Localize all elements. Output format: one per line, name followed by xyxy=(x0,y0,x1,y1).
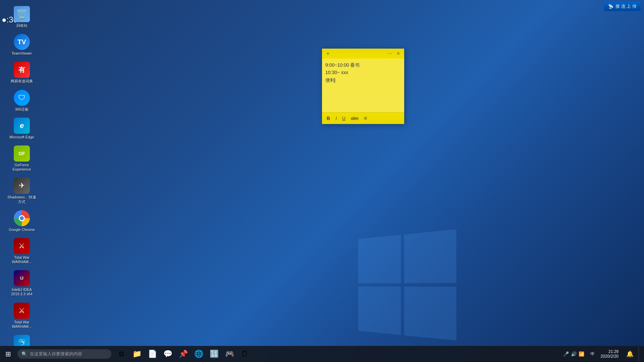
msedge-icon: e xyxy=(14,118,30,134)
win-pane-br xyxy=(404,287,457,341)
system-tray: 🎤 🔊 📶 xyxy=(560,350,587,358)
chrome-icon xyxy=(14,210,30,226)
sticky-add-button[interactable]: + xyxy=(325,50,331,57)
geforce-icon: GF xyxy=(14,145,30,162)
taskbar-extra-icon: 🗒 xyxy=(241,350,249,358)
show-desktop-button[interactable] xyxy=(639,347,641,361)
search-placeholder-text: 在这里输入你要搜索的内容 xyxy=(30,351,82,357)
start-icon: ⊞ xyxy=(5,350,11,358)
sticky-note-header: + ··· × xyxy=(322,49,404,59)
desktop-icon-intellij[interactable]: IJ IntelliJ IDEA 2019.3.3 x64 xyxy=(5,267,39,299)
taskbar-notes-icon: 📄 xyxy=(148,350,157,358)
teamviewer-icon: TV xyxy=(14,34,30,50)
file-explorer-icon: 📁 xyxy=(132,350,142,358)
notification-button[interactable]: 🔔 xyxy=(623,347,637,361)
sticky-icon: 📌 xyxy=(179,350,188,358)
taskbar-clock[interactable]: 21:29 2020/2/20 xyxy=(598,348,621,360)
task-view-icon: ⧉ xyxy=(119,350,124,358)
sticky-close-button[interactable]: × xyxy=(395,50,401,57)
sticky-note: + ··· × 9:00~10:00 看书 10:30~ xxx 便利 B I … xyxy=(322,49,404,124)
taskbar-search[interactable]: 🔍 在这里输入你要搜索的内容 xyxy=(17,349,111,359)
browser-icon: 🌐 xyxy=(194,350,203,358)
recycle-bin-icon: 🗑️ xyxy=(14,6,30,22)
win-pane-tr xyxy=(404,229,457,283)
notification-icon: 🔔 xyxy=(626,350,634,358)
sticky-note-content[interactable]: 9:00~10:00 看书 10:30~ xxx 便利 xyxy=(322,59,404,112)
taskbar-calculator-button[interactable]: 🔢 xyxy=(207,347,221,361)
desktop-icon-totalwar2[interactable]: ⚔ Total War WARHAM... xyxy=(5,300,39,331)
taskbar-right-area: 🎤 🔊 📶 中 21:29 2020/2/20 🔔 xyxy=(560,347,644,361)
network-icon: 📶 xyxy=(579,351,584,357)
windows-logo-watermark xyxy=(352,235,460,342)
volume-icon: 🔊 xyxy=(571,351,577,357)
file-explorer-button[interactable]: 📁 xyxy=(129,347,144,361)
sticky-line-2: 10:30~ xxx xyxy=(325,69,401,76)
win-pane-tl xyxy=(358,235,401,283)
calculator-icon: 🔢 xyxy=(210,350,219,358)
desktop-icons-area: 🗑️ 回收站 TV TeamViewer 有 网易有道词典 🛡 360迁输 e … xyxy=(0,3,44,362)
teamviewer-connect-button[interactable]: 📡 接 连 上 传 xyxy=(604,2,641,11)
desktop-icon-wangyi[interactable]: 有 网易有道词典 xyxy=(5,59,39,86)
task-view-button[interactable]: ⧉ xyxy=(114,347,129,361)
desktop-icon-shadowsocks[interactable]: ✈ Shadowso... 快速方式 xyxy=(5,175,39,206)
teamviewer-icon: 📡 xyxy=(608,4,613,9)
totalwar2-icon: ⚔ xyxy=(14,303,30,319)
sticky-note-toolbar: B I U abc ≡ xyxy=(322,112,404,124)
desktop-icon-recycle-bin[interactable]: 🗑️ 回收站 xyxy=(5,3,39,31)
format-strikethrough-button[interactable]: abc xyxy=(350,115,360,122)
360-icon: 🛡 xyxy=(14,90,30,106)
totalwar1-icon: ⚔ xyxy=(14,238,30,254)
shadowsocks-icon: ✈ xyxy=(14,178,30,194)
desktop-icon-chrome[interactable]: Google Chrome xyxy=(5,207,39,235)
desktop-icon-teamviewer[interactable]: TV TeamViewer xyxy=(5,31,39,58)
taskbar-time: 21:29 xyxy=(601,349,619,354)
language-indicator[interactable]: 中 xyxy=(588,350,597,358)
mic-icon: 🎤 xyxy=(563,351,569,357)
intellij-icon: IJ xyxy=(14,270,30,286)
wechat-icon: 💬 xyxy=(163,350,172,358)
taskbar-browser-button[interactable]: 🌐 xyxy=(191,347,206,361)
search-icon: 🔍 xyxy=(21,351,27,357)
format-underline-button[interactable]: U xyxy=(341,115,347,122)
taskbar-steam-button[interactable]: 🎮 xyxy=(222,347,237,361)
desktop-icon-geforce[interactable]: GF GeForce Experience xyxy=(5,143,39,174)
taskbar-date: 2020/2/20 xyxy=(601,354,619,359)
desktop-icon-msedge[interactable]: e Microsoft Edge xyxy=(5,115,39,142)
wangyi-icon: 有 xyxy=(14,62,30,78)
desktop-icon-totalwar1[interactable]: ⚔ Total War WARHAM... xyxy=(5,235,39,267)
taskbar-extra-button[interactable]: 🗒 xyxy=(237,347,252,361)
desktop-icon-360[interactable]: 🛡 360迁输 xyxy=(5,87,39,114)
sticky-line-3: 便利 xyxy=(325,76,401,84)
format-list-button[interactable]: ≡ xyxy=(363,115,368,122)
taskbar-sticky-button[interactable]: 📌 xyxy=(176,347,191,361)
win-pane-bl xyxy=(358,287,401,335)
text-cursor xyxy=(335,78,335,83)
taskbar-pinned-items: ⧉ 📁 📄 💬 📌 🌐 🔢 🎮 🗒 xyxy=(114,347,252,361)
sticky-more-button[interactable]: ··· xyxy=(386,50,393,57)
format-italic-button[interactable]: I xyxy=(334,115,338,122)
sticky-line-1: 9:00~10:00 看书 xyxy=(325,61,401,69)
start-button[interactable]: ⊞ xyxy=(0,346,16,362)
taskbar-steam-icon: 🎮 xyxy=(225,350,234,358)
taskbar: ⊞ 🔍 在这里输入你要搜索的内容 ⧉ 📁 📄 💬 📌 🌐 🔢 🎮 xyxy=(0,346,644,362)
format-bold-button[interactable]: B xyxy=(325,115,331,122)
taskbar-wechat-button[interactable]: 💬 xyxy=(160,347,175,361)
taskbar-notes-button[interactable]: 📄 xyxy=(145,347,160,361)
